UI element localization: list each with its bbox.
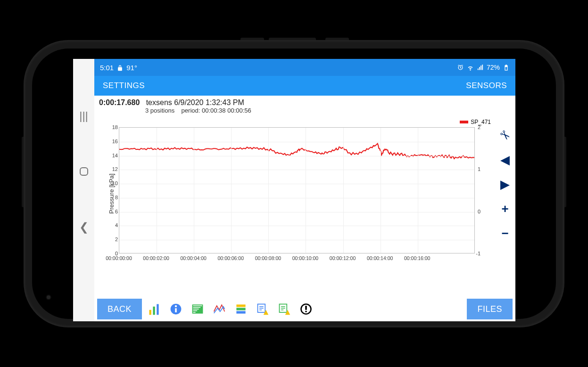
x-tick: 00:00:04:00 bbox=[180, 255, 206, 261]
chart-tools: ✂ ◀ ▶ + − bbox=[495, 116, 515, 297]
android-nav-rail: ||| ❮ bbox=[73, 59, 94, 321]
y2-tick: 0 bbox=[478, 209, 480, 214]
y-tick: 10 bbox=[109, 180, 118, 186]
y-tick: 16 bbox=[109, 139, 118, 144]
y-tick: 14 bbox=[109, 153, 118, 158]
info-icon[interactable] bbox=[166, 300, 185, 318]
svg-rect-4 bbox=[175, 308, 177, 312]
temp-text: 91° bbox=[126, 64, 137, 72]
export-warn-icon[interactable] bbox=[275, 300, 294, 318]
home-button[interactable] bbox=[80, 167, 88, 176]
svg-rect-1 bbox=[153, 307, 155, 315]
x-tick: 00:00:08:00 bbox=[255, 255, 281, 261]
legend-swatch bbox=[460, 121, 468, 123]
x-tick: 00:00:12:00 bbox=[330, 255, 356, 261]
y-tick: 18 bbox=[109, 124, 118, 130]
pressure-chart[interactable]: SP_471 Pressure [kPa] 024681012141618-10… bbox=[94, 116, 495, 271]
x-tick: 00:00:10:00 bbox=[292, 255, 318, 261]
elapsed-time: 0:00:17.680 bbox=[99, 98, 140, 106]
y-axis-label: Pressure [kPa] bbox=[108, 173, 115, 213]
recent-apps-button[interactable]: ||| bbox=[79, 110, 88, 122]
svg-rect-0 bbox=[149, 310, 151, 315]
x-tick: 00:00:00:00 bbox=[106, 255, 132, 261]
wifi-icon bbox=[467, 64, 474, 72]
svg-rect-2 bbox=[157, 304, 158, 315]
cut-icon[interactable]: ✂ bbox=[497, 127, 513, 143]
gradient-icon[interactable] bbox=[188, 300, 207, 318]
import-warn-icon[interactable] bbox=[253, 300, 272, 318]
zoom-in-icon[interactable]: + bbox=[501, 203, 508, 215]
session-header: 0:00:17.680 texsens 6/9/2020 1:32:43 PM … bbox=[94, 96, 515, 116]
y-tick: 2 bbox=[109, 237, 118, 242]
y-tick: 8 bbox=[109, 195, 118, 200]
lock-icon bbox=[116, 63, 124, 72]
svg-rect-9 bbox=[236, 311, 245, 313]
clock-text: 5:01 bbox=[100, 64, 114, 72]
overlay-icon[interactable] bbox=[210, 300, 229, 318]
settings-button[interactable]: SETTINGS bbox=[103, 81, 145, 90]
chart-legend: SP_471 bbox=[460, 119, 491, 125]
app-bar: SETTINGS SENSORS bbox=[94, 76, 515, 96]
bars-icon[interactable] bbox=[145, 300, 164, 318]
session-title: texsens 6/9/2020 1:32:43 PM bbox=[146, 98, 244, 106]
x-tick: 00:00:02:00 bbox=[143, 255, 169, 261]
y2-tick: 1 bbox=[478, 166, 480, 172]
svg-rect-8 bbox=[236, 308, 245, 310]
app-content: 5:01 91° 72% SETTINGS SENSORS 0:00:17.68… bbox=[94, 59, 515, 321]
y2-tick: 2 bbox=[478, 124, 480, 130]
positions-text: 3 positions bbox=[145, 107, 174, 114]
svg-rect-7 bbox=[236, 304, 245, 307]
alarm-icon bbox=[457, 64, 464, 72]
battery-text: 72% bbox=[487, 64, 500, 71]
sensors-button[interactable]: SENSORS bbox=[466, 81, 507, 90]
svg-rect-13 bbox=[305, 306, 307, 310]
battery-icon bbox=[503, 64, 510, 72]
app-screen: ||| ❮ 5:01 91° 72% SETTINGS SENSORS bbox=[73, 59, 515, 321]
x-tick: 00:00:16:00 bbox=[404, 255, 430, 261]
prev-icon[interactable]: ◀ bbox=[500, 154, 510, 166]
x-tick: 00:00:14:00 bbox=[367, 255, 393, 261]
y-tick: 4 bbox=[109, 222, 118, 228]
legend-label: SP_471 bbox=[471, 119, 491, 125]
files-button[interactable]: FILES bbox=[467, 299, 513, 319]
alert-icon[interactable] bbox=[297, 300, 315, 318]
back-button[interactable]: BACK bbox=[97, 299, 142, 319]
x-tick: 00:00:06:00 bbox=[218, 255, 244, 261]
y-tick: 12 bbox=[109, 166, 118, 172]
bottom-toolbar: BACK FILES bbox=[94, 297, 515, 321]
next-icon[interactable]: ▶ bbox=[500, 178, 510, 190]
zoom-out-icon[interactable]: − bbox=[501, 227, 508, 239]
svg-point-14 bbox=[305, 311, 307, 313]
back-nav-button[interactable]: ❮ bbox=[79, 221, 89, 233]
stack-icon[interactable] bbox=[232, 300, 250, 318]
status-bar: 5:01 91° 72% bbox=[94, 59, 515, 76]
plot-area[interactable] bbox=[119, 127, 475, 253]
y-tick: 6 bbox=[109, 209, 118, 214]
period-text: period: 00:00:38 00:00:56 bbox=[182, 107, 251, 114]
signal-icon bbox=[477, 64, 484, 72]
y2-tick: -1 bbox=[476, 251, 480, 256]
svg-point-5 bbox=[175, 305, 177, 307]
